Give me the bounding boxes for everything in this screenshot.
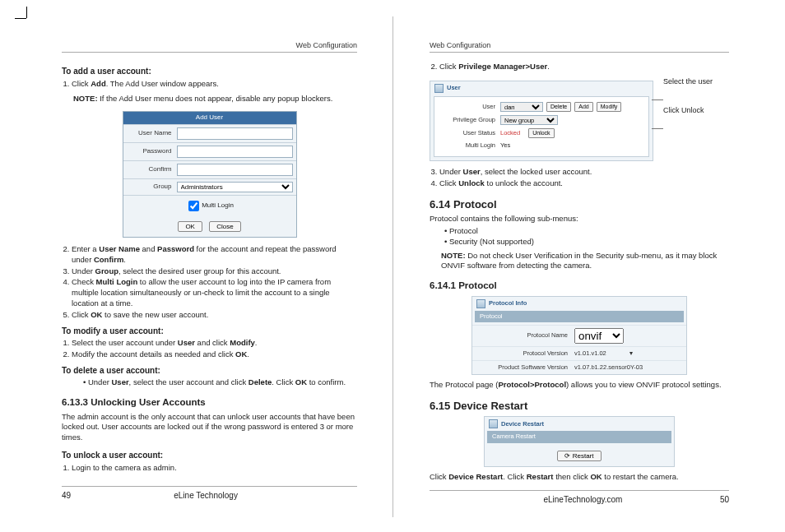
submenu-protocol: Protocol [444,226,729,237]
unlock-step-2: Click Privilege Manager>User. [439,62,729,72]
submenu-security: Security (Not supported) [444,237,729,247]
user-select[interactable]: dan [500,102,543,112]
multi-login-checkbox[interactable] [188,201,199,211]
section-6-15: 6.15 Device Restart [430,399,729,414]
unlock-body: The admin account is the only account th… [62,412,357,443]
page-number-right: 50 [720,495,729,504]
restart-icon [489,419,498,428]
footer-brand-right: eLineTechnology.com [430,495,736,504]
section-6-13-3: 6.13.3 Unlocking User Accounts [62,396,357,409]
modify-button[interactable]: Modify [597,102,622,112]
dialog-title: Add User [123,112,296,124]
running-head-right: Web Configuration [430,41,729,53]
unlock-step-3: Under User, select the locked user accou… [439,167,729,178]
unlock-step-1: Login to the camera as admin. [72,463,357,474]
unlock-button[interactable]: Unlock [528,128,554,138]
add-user-dialog: Add User User Name Password Confirm Grou… [123,111,297,238]
modify-heading: To modify a user account: [62,326,357,337]
device-restart-panel: Device Restart Camera Restart ⟳ Restart [484,416,675,466]
privilege-group-select[interactable]: New group [500,115,558,125]
protocol-info-panel: Protocol Info Protocol Protocol Nameonvi… [471,296,687,375]
group-select[interactable]: Administrators [177,182,293,192]
multi-login-value: Yes [500,141,510,150]
user-status-value: Locked [500,129,520,137]
modify-step-1: Select the user account under User and c… [72,338,357,349]
running-head-left: Web Configuration [62,41,357,53]
callout-click-unlock: Click Unlock [663,106,729,115]
ok-button[interactable]: OK [178,221,202,232]
unlock-step-4: Click Unlock to unlock the account. [439,178,729,189]
add-account-heading: To add a user account: [62,66,357,77]
restart-button[interactable]: ⟳ Restart [557,451,601,461]
protocol-note: NOTE: Do not check User Verification in … [441,251,729,272]
confirm-field[interactable] [177,164,293,176]
password-field[interactable] [177,146,293,158]
delete-step-1: Under User, select the user account and … [83,377,357,388]
add-step-2: Enter a User Name and Password for the a… [72,244,357,266]
restart-text: Click Device Restart. Click Restart then… [430,472,729,483]
callouts: Select the user Click Unlock [663,77,729,136]
add-step-5: Click OK to save the new user account. [72,310,357,321]
page-right: Web Configuration Click Privilege Manage… [390,16,777,517]
user-icon [434,84,444,93]
delete-button[interactable]: Delete [546,102,571,112]
add-button[interactable]: Add [574,102,592,112]
protocol-name-select[interactable]: onvif [574,328,624,344]
section-6-14: 6.14 Protocol [430,197,729,212]
close-button[interactable]: Close [209,221,240,232]
add-step-1: Click Add. The Add User window appears. [72,79,357,90]
protocol-intro: Protocol contains the following sub-menu… [430,214,729,224]
add-step-4: Check Multi Login to allow the user acco… [72,277,357,308]
page-left: Web Configuration To add a user account:… [8,16,390,517]
username-field[interactable] [177,127,293,140]
callout-select-user: Select the user [663,77,729,86]
protocol-text: The Protocol page (Protocol>Protocol) al… [430,380,729,391]
unlock-heading: To unlock a user account: [62,450,357,461]
footer-brand-left: eLine Technology [54,491,357,500]
user-tab-panel: User User dan Delete Add Modify Privileg… [430,81,653,161]
modify-step-2: Modify the account details as needed and… [72,349,357,360]
add-note: NOTE: If the Add User menu does not appe… [73,94,357,104]
section-6-14-1: 6.14.1 Protocol [430,280,729,293]
add-step-3: Under Group, select the desired user gro… [72,266,357,277]
delete-heading: To delete a user account: [62,365,357,377]
protocol-icon [476,299,485,308]
